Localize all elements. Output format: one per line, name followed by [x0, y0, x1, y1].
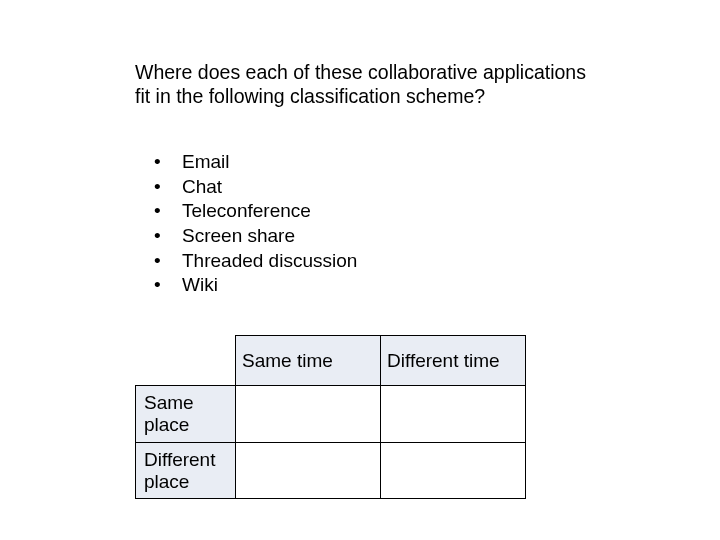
classification-matrix: Same time Different time Same place Diff…: [135, 335, 526, 499]
list-item: • Screen share: [150, 224, 357, 249]
question-text: Where does each of these collaborative a…: [135, 60, 595, 109]
matrix-cell: [236, 386, 381, 443]
list-item: • Threaded discussion: [150, 249, 357, 274]
row-header-same-place: Same place: [136, 386, 236, 443]
table-row: Same time Different time: [136, 336, 526, 386]
bullet-icon: •: [150, 199, 182, 224]
list-item: • Wiki: [150, 273, 357, 298]
table-row: Different place: [136, 442, 526, 499]
list-item: • Email: [150, 150, 357, 175]
slide: Where does each of these collaborative a…: [0, 0, 720, 540]
col-header-same-time: Same time: [236, 336, 381, 386]
list-item-label: Chat: [182, 175, 222, 200]
matrix-cell: [381, 442, 526, 499]
matrix-cell: [381, 386, 526, 443]
list-item-label: Email: [182, 150, 230, 175]
matrix-corner-empty: [136, 336, 236, 386]
row-header-different-place: Different place: [136, 442, 236, 499]
col-header-different-time: Different time: [381, 336, 526, 386]
bullet-icon: •: [150, 224, 182, 249]
bullet-icon: •: [150, 249, 182, 274]
bullet-icon: •: [150, 150, 182, 175]
list-item-label: Wiki: [182, 273, 218, 298]
bullet-icon: •: [150, 273, 182, 298]
list-item-label: Screen share: [182, 224, 295, 249]
list-item: • Teleconference: [150, 199, 357, 224]
applications-list: • Email • Chat • Teleconference • Screen…: [150, 150, 357, 298]
list-item-label: Threaded discussion: [182, 249, 357, 274]
list-item-label: Teleconference: [182, 199, 311, 224]
table-row: Same place: [136, 386, 526, 443]
matrix-cell: [236, 442, 381, 499]
list-item: • Chat: [150, 175, 357, 200]
bullet-icon: •: [150, 175, 182, 200]
